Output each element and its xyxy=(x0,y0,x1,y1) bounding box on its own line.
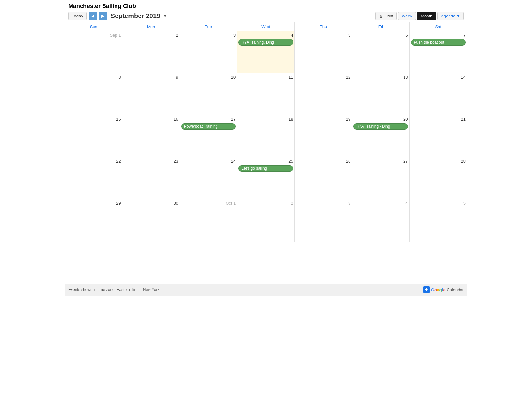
calendar-cell[interactable]: 26 xyxy=(295,157,352,199)
day-number: 24 xyxy=(181,159,236,164)
day-number: 4 xyxy=(238,33,293,38)
print-button[interactable]: 🖨 Print xyxy=(375,12,397,20)
day-number: 2 xyxy=(124,33,178,38)
calendar-cell[interactable]: 25Let's go sailing xyxy=(237,157,294,199)
day-header-sat: Sat xyxy=(410,22,467,31)
day-header-fri: Fri xyxy=(352,22,409,31)
day-number: 26 xyxy=(296,159,350,164)
day-header-mon: Mon xyxy=(122,22,180,31)
calendar-cell[interactable]: 29 xyxy=(65,200,122,242)
calendar-cell[interactable]: 4 xyxy=(352,200,409,242)
calendar-cell[interactable]: 6 xyxy=(352,31,409,73)
footer: Events shown in time zone: Eastern Time … xyxy=(65,284,467,296)
day-number: 21 xyxy=(411,117,466,122)
day-number: 5 xyxy=(411,201,466,206)
calendar-event[interactable]: RYA Training - Ding xyxy=(353,123,408,130)
day-number: 13 xyxy=(353,75,408,80)
calendar-cell[interactable]: 23 xyxy=(122,157,180,199)
calendar-cell[interactable]: 28 xyxy=(410,157,467,199)
calendar-cell[interactable]: 22 xyxy=(65,157,122,199)
day-number: 16 xyxy=(124,117,178,122)
calendar-cell[interactable]: 17Powerboat Training xyxy=(180,115,237,157)
month-title: September 2019 xyxy=(111,12,160,20)
day-number: Oct 1 xyxy=(181,201,236,206)
calendar-cell[interactable]: 15 xyxy=(65,115,122,157)
day-number: 11 xyxy=(238,75,293,80)
day-number: 19 xyxy=(296,117,350,122)
calendar-week-3: 22232425Let's go sailing262728 xyxy=(65,157,467,200)
day-number: 25 xyxy=(238,159,293,164)
calendar-cell[interactable]: 27 xyxy=(352,157,409,199)
calendar-week-0: Sep 1234RYA Training. Ding567Push the bo… xyxy=(65,31,467,73)
toolbar: Today ◀ ▶ September 2019 ▼ 🖨 Print Week … xyxy=(68,12,464,20)
day-number: 29 xyxy=(66,201,121,206)
print-icon: 🖨 xyxy=(379,14,383,18)
calendar-cell[interactable]: 2 xyxy=(122,31,180,73)
header: Manchester Sailing Club Today ◀ ▶ Septem… xyxy=(65,0,467,22)
calendar-cell[interactable]: 11 xyxy=(237,73,294,115)
day-header-sun: Sun xyxy=(65,22,122,31)
agenda-button[interactable]: Agenda ▼ xyxy=(437,12,464,20)
calendar-cell[interactable]: 24 xyxy=(180,157,237,199)
calendar-cell[interactable]: 21 xyxy=(410,115,467,157)
toolbar-left: Today ◀ ▶ September 2019 ▼ xyxy=(68,12,167,20)
toolbar-right: 🖨 Print Week Month Agenda ▼ xyxy=(375,12,464,20)
google-plus-icon: + xyxy=(423,286,430,293)
calendar-cell[interactable]: 3 xyxy=(180,31,237,73)
calendar-cell[interactable]: Sep 1 xyxy=(65,31,122,73)
calendar-cell[interactable]: 3 xyxy=(295,200,352,242)
day-number: 30 xyxy=(124,201,178,206)
calendar-event[interactable]: Powerboat Training xyxy=(181,123,236,130)
day-number: 20 xyxy=(353,117,408,122)
day-number: 9 xyxy=(124,75,178,80)
day-number: 12 xyxy=(296,75,350,80)
month-button[interactable]: Month xyxy=(417,12,436,20)
day-number: 15 xyxy=(66,117,121,122)
day-number: 5 xyxy=(296,33,350,38)
print-label: Print xyxy=(384,14,393,18)
day-number: 8 xyxy=(66,75,121,80)
day-number: 3 xyxy=(181,33,236,38)
day-number: 17 xyxy=(181,117,236,122)
calendar-grid: Sep 1234RYA Training. Ding567Push the bo… xyxy=(65,31,467,284)
calendar-cell[interactable]: 16 xyxy=(122,115,180,157)
day-number: 28 xyxy=(411,159,466,164)
calendar-cell[interactable]: 13 xyxy=(352,73,409,115)
next-button[interactable]: ▶ xyxy=(99,12,107,20)
day-number: 3 xyxy=(296,201,350,206)
calendar-event[interactable]: Push the boat out xyxy=(411,39,466,46)
calendar-cell[interactable]: 30 xyxy=(122,200,180,242)
calendar-cell[interactable]: 5 xyxy=(295,31,352,73)
today-button[interactable]: Today xyxy=(68,12,87,20)
day-header-wed: Wed xyxy=(237,22,294,31)
calendar-week-2: 151617Powerboat Training181920RYA Traini… xyxy=(65,115,467,157)
agenda-dropdown-icon: ▼ xyxy=(456,14,460,18)
prev-button[interactable]: ◀ xyxy=(89,12,97,20)
day-header-tue: Tue xyxy=(180,22,237,31)
day-headers: SunMonTueWedThuFriSat xyxy=(65,22,467,31)
calendar-cell[interactable]: 20RYA Training - Ding xyxy=(352,115,409,157)
calendar-cell[interactable]: 19 xyxy=(295,115,352,157)
day-number: 22 xyxy=(66,159,121,164)
calendar-cell[interactable]: Oct 1 xyxy=(180,200,237,242)
calendar-cell[interactable]: 10 xyxy=(180,73,237,115)
calendar-week-4: 2930Oct 12345 xyxy=(65,200,467,242)
calendar-cell[interactable]: 2 xyxy=(237,200,294,242)
calendar-cell[interactable]: 18 xyxy=(237,115,294,157)
week-button[interactable]: Week xyxy=(398,12,416,20)
app-title: Manchester Sailing Club xyxy=(68,3,464,10)
day-number: 2 xyxy=(238,201,293,206)
calendar-cell[interactable]: 8 xyxy=(65,73,122,115)
calendar-cell[interactable]: 4RYA Training. Ding xyxy=(237,31,294,73)
footer-timezone: Events shown in time zone: Eastern Time … xyxy=(68,287,159,292)
calendar-event[interactable]: RYA Training. Ding xyxy=(238,39,293,46)
calendar-cell[interactable]: 7Push the boat out xyxy=(410,31,467,73)
calendar-cell[interactable]: 5 xyxy=(410,200,467,242)
calendar-cell[interactable]: 12 xyxy=(295,73,352,115)
calendar-cell[interactable]: 14 xyxy=(410,73,467,115)
month-dropdown-icon[interactable]: ▼ xyxy=(163,13,167,18)
calendar-cell[interactable]: 9 xyxy=(122,73,180,115)
day-number: Sep 1 xyxy=(66,33,121,38)
calendar: SunMonTueWedThuFriSat Sep 1234RYA Traini… xyxy=(65,22,467,284)
calendar-event[interactable]: Let's go sailing xyxy=(238,165,293,172)
